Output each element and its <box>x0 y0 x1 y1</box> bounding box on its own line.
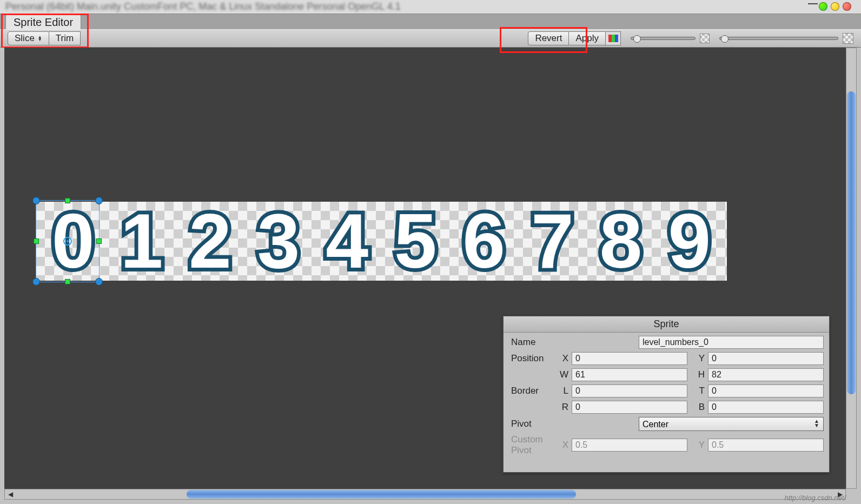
position-label: Position <box>511 353 557 364</box>
sprite-digit-9[interactable]: 9 <box>655 203 724 280</box>
watermark: http://blog.csdn.net/ <box>785 494 846 502</box>
rgb-toggle-button[interactable] <box>606 31 621 45</box>
pos-x-field[interactable] <box>572 352 687 365</box>
tab-sprite-editor[interactable]: Sprite Editor <box>5 14 81 29</box>
border-t-field[interactable] <box>708 384 824 397</box>
pos-x-label: X <box>557 353 568 364</box>
horizontal-scrollbar-thumb[interactable] <box>187 490 576 499</box>
editor-main: 0 1 2 3 4 5 6 7 8 9 Sprite <box>0 48 861 504</box>
cpivot-y-field <box>708 439 824 452</box>
trim-button[interactable]: Trim <box>49 31 81 45</box>
scroll-left-arrow-icon[interactable]: ◀ <box>5 489 16 499</box>
slice-dropdown-icon: ▲▼ <box>38 36 42 41</box>
canvas-viewport[interactable]: 0 1 2 3 4 5 6 7 8 9 Sprite <box>4 48 846 489</box>
window-options[interactable] <box>808 3 818 6</box>
horizontal-scrollbar[interactable]: ◀ ▶ <box>4 489 846 500</box>
pivot-select[interactable]: Center <box>639 417 824 431</box>
checker-icon <box>700 34 710 43</box>
pos-w-label: W <box>557 369 568 380</box>
pos-h-field[interactable] <box>708 368 824 381</box>
border-r-field[interactable] <box>572 401 687 414</box>
alpha-thumb[interactable] <box>721 35 728 43</box>
tab-row: Sprite Editor <box>0 14 861 29</box>
sprite-digit-2[interactable]: 2 <box>176 203 244 280</box>
sprite-digit-1[interactable]: 1 <box>108 203 176 280</box>
cpivot-x-field <box>572 439 687 452</box>
handle-bottom-right[interactable] <box>95 278 103 286</box>
mac-zoom-icon[interactable] <box>819 2 827 11</box>
handle-top-left[interactable] <box>32 197 40 204</box>
alpha-slider[interactable] <box>719 33 853 44</box>
border-b-label: B <box>693 402 705 413</box>
handle-top-right[interactable] <box>95 197 103 204</box>
cpivot-y-label: Y <box>693 440 705 450</box>
border-r-label: R <box>557 402 568 413</box>
vertical-scrollbar-thumb[interactable] <box>847 91 856 394</box>
border-l-field[interactable] <box>572 384 687 397</box>
handle-left[interactable] <box>34 238 39 244</box>
sprite-sheet[interactable]: 0 1 2 3 4 5 6 7 8 9 <box>36 202 727 281</box>
mac-close-icon[interactable] <box>843 2 851 11</box>
sprite-digit-8[interactable]: 8 <box>587 203 655 280</box>
mac-window-controls <box>819 2 851 11</box>
handle-bottom[interactable] <box>65 279 70 284</box>
window-header: Personal (64bit) Main.unity CustomFont P… <box>0 0 861 14</box>
selection-rect[interactable] <box>36 200 100 282</box>
slice-label: Slice <box>15 33 35 44</box>
alpha-checker-icon <box>843 33 853 44</box>
pivot-label: Pivot <box>511 419 639 429</box>
border-l-label: L <box>557 386 568 396</box>
revert-button[interactable]: Revert <box>528 31 569 45</box>
slice-button[interactable]: Slice ▲▼ <box>8 31 49 45</box>
sprite-digit-5[interactable]: 5 <box>381 203 450 280</box>
name-field[interactable] <box>639 336 824 349</box>
pos-w-field[interactable] <box>572 368 687 381</box>
pivot-handle[interactable] <box>63 237 72 246</box>
sprite-digit-6[interactable]: 6 <box>450 203 519 280</box>
window-title: Personal (64bit) Main.unity CustomFont P… <box>0 0 861 14</box>
sprite-panel-title: Sprite <box>504 316 829 333</box>
alpha-track[interactable] <box>719 37 838 40</box>
pos-y-field[interactable] <box>708 352 824 365</box>
custom-pivot-label: Custom Pivot <box>511 434 557 456</box>
pos-h-label: H <box>693 369 705 380</box>
sprite-digit-3[interactable]: 3 <box>244 203 313 280</box>
handle-right[interactable] <box>96 238 102 244</box>
border-t-label: T <box>693 386 705 396</box>
name-label: Name <box>511 337 639 348</box>
pos-y-label: Y <box>693 353 705 364</box>
sprite-panel: Sprite Name Position X Y W <box>503 316 830 473</box>
vertical-scrollbar[interactable] <box>846 48 857 489</box>
zoom-thumb[interactable] <box>633 35 641 43</box>
rgb-icon <box>608 35 618 42</box>
toolbar: Slice ▲▼ Trim Revert Apply <box>0 29 861 48</box>
zoom-track[interactable] <box>631 37 696 40</box>
sprite-digit-4[interactable]: 4 <box>313 203 381 280</box>
handle-bottom-left[interactable] <box>32 278 40 286</box>
border-label: Border <box>511 386 557 396</box>
handle-top[interactable] <box>65 198 70 203</box>
sprite-digit-7[interactable]: 7 <box>518 203 587 280</box>
apply-button[interactable]: Apply <box>569 31 606 45</box>
mac-minimize-icon[interactable] <box>831 2 839 11</box>
zoom-slider[interactable] <box>631 34 710 43</box>
border-b-field[interactable] <box>708 401 824 414</box>
cpivot-x-label: X <box>557 440 568 450</box>
window-options-icon <box>808 3 818 6</box>
